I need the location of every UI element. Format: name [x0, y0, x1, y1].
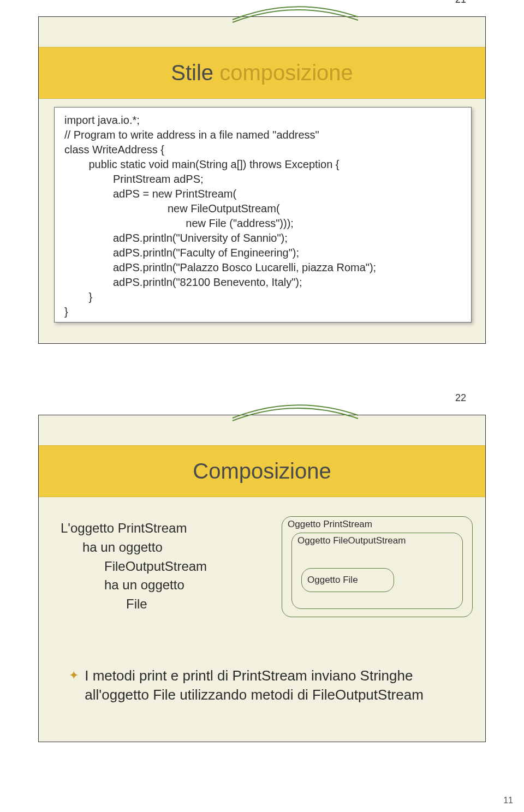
title-text-highlight: composizione	[219, 61, 353, 85]
diagram-label: Oggetto File	[307, 575, 358, 586]
slide-2: 22 Composizione L'oggetto PrintStream ha…	[38, 415, 486, 742]
page-number: 21	[455, 0, 466, 5]
page-number: 22	[455, 392, 466, 404]
diagram-label: Oggetto FileOutputStream	[297, 535, 406, 546]
title-band: Composizione	[39, 445, 485, 497]
swoosh-decoration	[230, 399, 361, 426]
slide-1: 21 Stile composizione import java.io.*; …	[38, 16, 486, 344]
footer-page-number: 11	[503, 796, 513, 805]
swoosh-decoration	[230, 1, 361, 28]
slide-title: Composizione	[193, 459, 331, 483]
diagram-label: Oggetto PrintStream	[288, 519, 372, 529]
star-bullet-icon: ✦	[69, 667, 81, 684]
composition-diagram: Oggetto PrintStream Oggetto FileOutputSt…	[282, 516, 473, 617]
bottom-text: I metodi print e printl di PrintStream i…	[85, 666, 461, 704]
slide-title: Stile composizione	[171, 61, 353, 85]
diagram-box-inner: Oggetto File	[301, 568, 394, 592]
bottom-paragraph: ✦ I metodi print e printl di PrintStream…	[69, 666, 462, 704]
title-text-prefix: Stile	[171, 61, 219, 85]
code-block: import java.io.*; // Program to write ad…	[54, 107, 472, 323]
title-band: Stile composizione	[39, 47, 485, 99]
